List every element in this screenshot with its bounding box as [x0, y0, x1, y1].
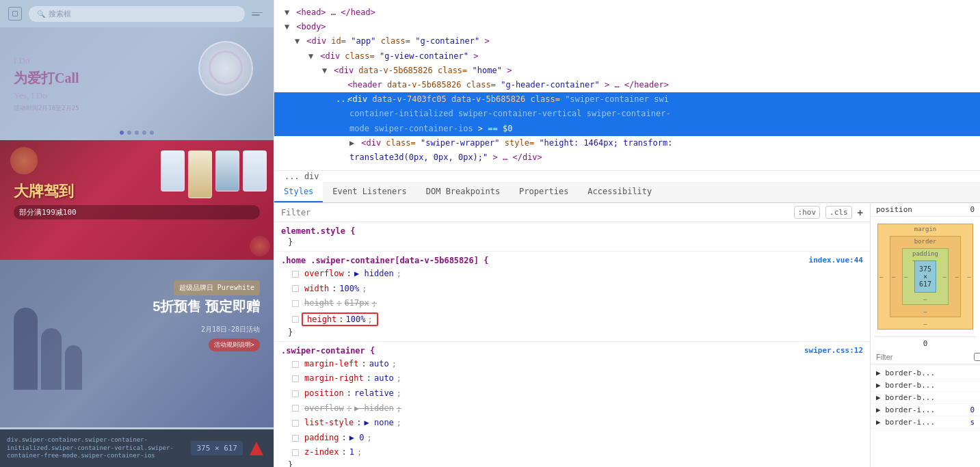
- prop-checkbox-overflow-2[interactable]: [292, 405, 299, 412]
- dom-line-head[interactable]: ▼ <head> … </head>: [274, 5, 980, 20]
- css-rule-close-1: }: [281, 237, 863, 247]
- banner3-tag: 超级品牌日 Purewhite: [174, 280, 260, 295]
- dot-3: [135, 131, 139, 135]
- css-prop-margin-right: margin-right : auto ;: [281, 371, 863, 386]
- dom-line-swiper-selected[interactable]: ... <div data-v-7403fc05 data-v-5b685826…: [274, 92, 980, 107]
- banner-jewelry: I Do 为爱打Call Yes, I Do 活动时间2月18至2月25: [0, 27, 274, 140]
- css-prop-padding: padding : ▶ 0 ;: [281, 431, 863, 446]
- dom-line-home[interactable]: ▼ <div data-v-5b685826 class= "home" >: [274, 64, 980, 78]
- css-filter-bar: :hov .cls +: [274, 203, 870, 222]
- dom-line-app[interactable]: ▼ <div id= "app" class= "g-container" >: [274, 34, 980, 49]
- css-prop-width-1: width : 100% ;: [281, 282, 863, 297]
- css-selector-swiper-home: .home .swiper-container[data-v-5b685826]…: [281, 256, 863, 265]
- css-prop-position: position : relative ;: [281, 386, 863, 401]
- padding-dash-bottom: –: [923, 296, 927, 303]
- content-size: 375 × 617: [915, 265, 936, 288]
- devtools-tabs: Styles Event Listeners DOM Breakpoints P…: [274, 182, 980, 203]
- dot-4: [142, 131, 146, 135]
- prop-checkbox-overflow-1[interactable]: [292, 271, 299, 278]
- source-link-swiper-css[interactable]: swiper.css:12: [804, 346, 863, 355]
- filter-plus-button[interactable]: +: [858, 207, 863, 218]
- css-rule-element-style: element.style { }: [274, 222, 870, 252]
- prop-checkbox-z-index[interactable]: [292, 449, 299, 456]
- tab-properties[interactable]: Properties: [509, 182, 578, 202]
- mobile-frame: 🔍 搜索框 I Do 为爱打Call Yes, I Do 活动时间2月18至2月…: [0, 0, 274, 467]
- dot-5: [150, 131, 154, 135]
- banner1-sub: Yes, I Do: [14, 90, 47, 101]
- element-size-badge: 375 × 617: [191, 441, 243, 455]
- position-row: position 0: [871, 203, 980, 217]
- element-selector-text: div.swiper-container.swiper-container-in…: [7, 436, 187, 460]
- css-prop-overflow-2: overflow : ▶ hidden ;: [281, 401, 863, 416]
- css-prop-list-style: list-style : ▶ none ;: [281, 416, 863, 431]
- box-model-container: margin – – – border – – –: [871, 217, 980, 336]
- prop-checkbox-list-style[interactable]: [292, 420, 299, 427]
- banner-promotion: 大牌驾到 部分满199减100: [0, 140, 274, 260]
- css-selector-element-style: element.style {: [281, 226, 863, 236]
- ring-image: [198, 41, 253, 96]
- banner2-sub: 部分满199减100: [14, 205, 260, 219]
- dom-line-swiper-classes[interactable]: container-initialized swiper-container-v…: [274, 107, 980, 121]
- prop-checkbox-width-1[interactable]: [292, 285, 299, 292]
- dom-line-view-container[interactable]: ▼ <div class= "g-view-container" >: [274, 49, 980, 64]
- prop-checkbox-margin-right[interactable]: [292, 375, 299, 382]
- dom-line-swiper-wrapper[interactable]: ▶ <div class= "swiper-wrapper" style= "h…: [274, 136, 980, 150]
- prop-checkbox-height-100[interactable]: [292, 316, 299, 323]
- element-status-bar: div.swiper-container.swiper-container-in…: [0, 429, 274, 467]
- product-images: [161, 150, 267, 198]
- prop-checkbox-padding[interactable]: [292, 435, 299, 442]
- svg-marker-0: [250, 442, 263, 455]
- prop-checkbox-height-st[interactable]: [292, 300, 299, 307]
- css-rules-panel: :hov .cls + element.style { } .home .swi…: [274, 203, 871, 467]
- right-properties-list: ▶ border-b... ▶ border-b... ▶ border-b..…: [871, 364, 980, 467]
- filter-hov-button[interactable]: :hov: [794, 206, 821, 219]
- border-dash-right: –: [955, 273, 959, 280]
- css-prop-z-index: z-index : 1 ;: [281, 445, 863, 460]
- content-layer: 375 × 617: [914, 261, 936, 293]
- search-placeholder: 搜索框: [49, 9, 71, 19]
- tab-dom-breakpoints[interactable]: DOM Breakpoints: [416, 182, 509, 202]
- margin-dash-right: –: [968, 273, 971, 280]
- padding-dash-left: –: [904, 273, 908, 280]
- filter-cls-button[interactable]: .cls: [825, 206, 852, 219]
- dom-line-swiper-end[interactable]: mode swiper-container-ios > == $0: [274, 122, 980, 136]
- source-link-index-vue[interactable]: index.vue:44: [809, 256, 863, 265]
- prop-checkbox-position[interactable]: [292, 390, 299, 397]
- dom-tree[interactable]: ▼ <head> … </head> ▼ <body> ▼ <div id= "…: [274, 0, 980, 171]
- banner3-title: 5折预售 预定即赠: [153, 297, 260, 316]
- tab-styles[interactable]: Styles: [274, 182, 323, 202]
- border-label: border: [914, 238, 937, 245]
- banner1-desc: 活动时间2月18至2月25: [14, 104, 79, 113]
- banner1-line1: I Do: [14, 55, 29, 66]
- right-prop-border-i-1: ▶ border-i... 0: [871, 404, 980, 416]
- right-prop-border-b-2: ▶ border-b...: [871, 379, 980, 392]
- right-filter-input[interactable]: [876, 353, 970, 361]
- dom-line-translate[interactable]: translate3d(0px, 0px, 0px);" > … </div>: [274, 150, 980, 165]
- mobile-top-bar: 🔍 搜索框: [0, 0, 274, 27]
- css-prop-overflow-1: overflow : ▶ hidden ;: [281, 267, 863, 282]
- right-filter-bar: [871, 350, 980, 364]
- dom-ellipsis-div: ... div: [274, 171, 980, 182]
- dom-line-body[interactable]: ▼ <body>: [274, 20, 980, 34]
- css-rule-swiper: .swiper-container { swiper.css:12 margin…: [274, 342, 870, 467]
- right-filter-checkbox[interactable]: [974, 353, 980, 361]
- box-model-panel: position 0 margin – – –: [871, 203, 980, 467]
- collapse-triangle: ▼: [284, 6, 291, 19]
- margin-dash-left: –: [879, 273, 883, 280]
- css-rule-swiper-home: .home .swiper-container[data-v-5b685826]…: [274, 252, 870, 342]
- search-box[interactable]: 🔍 搜索框: [29, 6, 245, 22]
- mobile-preview-panel: 🔍 搜索框 I Do 为爱打Call Yes, I Do 活动时间2月18至2月…: [0, 0, 274, 467]
- tab-accessibility[interactable]: Accessibility: [578, 182, 661, 202]
- product-4: [243, 150, 267, 191]
- banner3-btn[interactable]: 活动规则说明>: [209, 338, 260, 351]
- tab-event-listeners[interactable]: Event Listeners: [323, 182, 416, 202]
- right-prop-border-i-2: ▶ border-i... s: [871, 416, 980, 429]
- height-highlight-box: height : 100% ;: [302, 312, 378, 326]
- css-filter-input[interactable]: [281, 208, 789, 217]
- dom-line-header[interactable]: <header data-v-5b685826 class= "g-header…: [274, 78, 980, 92]
- border-dash-bottom: –: [923, 308, 927, 315]
- product-3: [215, 150, 239, 191]
- prop-checkbox-margin-left[interactable]: [292, 361, 299, 368]
- position-value: 0: [970, 205, 975, 214]
- css-rule-close-3: }: [281, 460, 863, 467]
